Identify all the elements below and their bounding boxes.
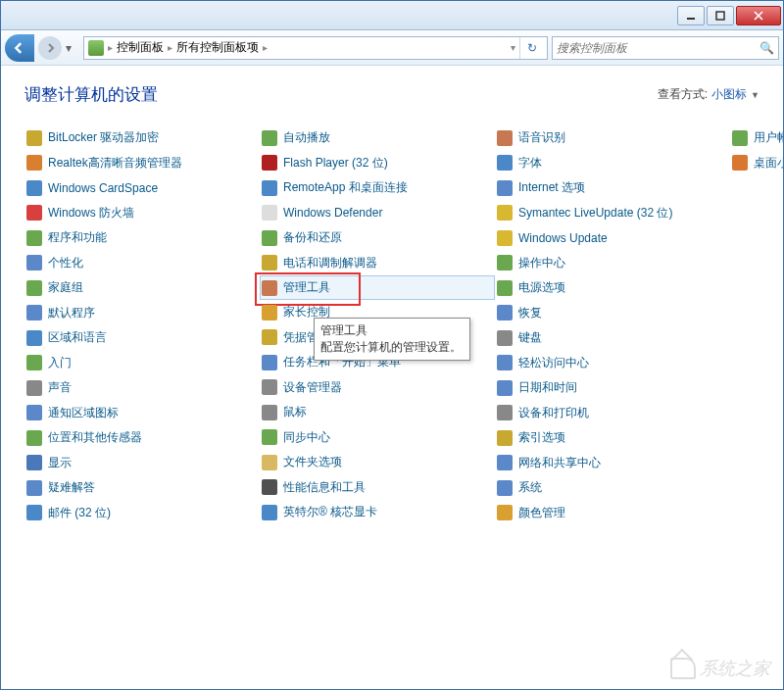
cp-item-date[interactable]: 日期和时间 — [495, 375, 730, 401]
search-box[interactable]: 🔍 — [552, 36, 779, 60]
cp-item-update[interactable]: Windows Update — [495, 225, 730, 251]
view-by-value[interactable]: 小图标 — [711, 86, 747, 103]
item-label: 文件夹选项 — [283, 454, 342, 470]
back-button[interactable] — [5, 34, 34, 62]
address-dropdown-icon[interactable]: ▾ — [511, 42, 515, 53]
cp-item-homegroup[interactable]: 家庭组 — [24, 275, 260, 301]
close-button[interactable] — [736, 6, 781, 25]
color-icon — [497, 505, 513, 520]
cp-item-firewall[interactable]: Windows 防火墙 — [24, 201, 260, 226]
cp-item-flash[interactable]: Flash Player (32 位) — [260, 151, 495, 176]
item-label: 管理工具 — [283, 279, 330, 296]
item-label: Windows 防火墙 — [48, 205, 134, 222]
cp-item-keyboard[interactable]: 键盘 — [495, 325, 730, 351]
refresh-button[interactable]: ↻ — [519, 37, 543, 59]
cp-item-gadget[interactable]: 桌面小工具 — [730, 151, 783, 176]
cp-item-folder[interactable]: 文件夹选项 — [260, 450, 495, 475]
sound-icon — [26, 380, 42, 396]
page-title: 调整计算机的设置 — [24, 83, 158, 106]
control-panel-window: ▾ ▸ 控制面板 ▸ 所有控制面板项 ▸ ▾ ↻ 🔍 调整计算机的设置 查看方式… — [0, 0, 784, 690]
cp-item-phone[interactable]: 电话和调制解调器 — [260, 251, 495, 276]
item-label: 入门 — [48, 355, 72, 371]
cp-item-ease[interactable]: 轻松访问中心 — [495, 351, 730, 376]
cp-item-sync[interactable]: 同步中心 — [260, 425, 495, 451]
folder-icon — [262, 455, 277, 470]
search-icon[interactable]: 🔍 — [760, 41, 774, 55]
cp-item-sound[interactable]: 声音 — [24, 375, 260, 401]
cp-item-internet[interactable]: Internet 选项 — [495, 175, 730, 201]
cp-item-system[interactable]: 系统 — [495, 475, 730, 501]
flash-icon — [262, 155, 277, 171]
cp-item-personalize[interactable]: 个性化 — [24, 251, 260, 276]
cp-item-display[interactable]: 显示 — [24, 451, 260, 476]
trouble-icon — [26, 480, 42, 496]
cp-item-programs[interactable]: 程序和功能 — [24, 225, 260, 251]
item-label: 显示 — [48, 455, 72, 471]
cp-item-mouse[interactable]: 鼠标 — [260, 400, 495, 425]
card-icon — [26, 180, 42, 196]
forward-button[interactable] — [38, 36, 62, 60]
cp-item-autoplay[interactable]: 自动播放 — [260, 125, 495, 151]
cp-item-default[interactable]: 默认程序 — [24, 301, 260, 326]
cp-item-card[interactable]: Windows CardSpace — [24, 175, 260, 201]
item-label: 邮件 (32 位) — [48, 505, 111, 521]
cp-item-start[interactable]: 入门 — [24, 351, 260, 376]
cp-item-mail[interactable]: 邮件 (32 位) — [24, 501, 260, 526]
cp-item-speech[interactable]: 语音识别 — [495, 125, 730, 151]
cp-item-recover[interactable]: 恢复 — [495, 301, 730, 326]
update-icon — [497, 230, 513, 246]
item-label: 网络和共享中心 — [518, 455, 601, 471]
perf-icon — [262, 479, 277, 495]
minimize-button[interactable] — [677, 6, 705, 25]
cp-item-network[interactable]: 网络和共享中心 — [495, 451, 730, 476]
chevron-down-icon[interactable]: ▼ — [751, 90, 760, 100]
cp-item-font[interactable]: 字体 — [495, 151, 730, 176]
cp-item-symantec[interactable]: Symantec LiveUpdate (32 位) — [495, 201, 730, 226]
cp-item-remote[interactable]: RemoteApp 和桌面连接 — [260, 175, 495, 201]
item-label: Windows CardSpace — [48, 181, 158, 195]
item-label: 备份和还原 — [283, 229, 342, 246]
cp-item-printer[interactable]: 设备和打印机 — [495, 401, 730, 426]
cp-item-color[interactable]: 颜色管理 — [495, 501, 730, 526]
tooltip-desc: 配置您计算机的管理设置。 — [320, 339, 464, 356]
nav-history-dropdown[interactable]: ▾ — [66, 41, 79, 55]
item-label: 通知区域图标 — [48, 405, 119, 421]
power-icon — [497, 280, 513, 296]
item-label: 操作中心 — [518, 255, 565, 271]
cp-item-device[interactable]: 设备管理器 — [260, 375, 495, 401]
search-input[interactable] — [557, 41, 760, 55]
start-icon — [26, 355, 42, 370]
default-icon — [26, 305, 42, 320]
maximize-button[interactable] — [707, 6, 734, 25]
cp-item-backup[interactable]: 备份和还原 — [260, 225, 495, 251]
firewall-icon — [26, 205, 42, 221]
cp-item-admin[interactable]: 管理工具 — [260, 275, 495, 300]
cp-item-defender[interactable]: Windows Defender — [260, 201, 495, 226]
cp-item-index[interactable]: 索引选项 — [495, 425, 730, 451]
cp-item-notify[interactable]: 通知区域图标 — [24, 401, 260, 426]
item-label: 索引选项 — [518, 429, 565, 446]
cp-item-perf[interactable]: 性能信息和工具 — [260, 475, 495, 501]
content-area: 调整计算机的设置 查看方式: 小图标 ▼ BitLocker 驱动器加密Real… — [1, 66, 783, 689]
item-label: Realtek高清晰音频管理器 — [48, 155, 182, 172]
cp-item-audio[interactable]: Realtek高清晰音频管理器 — [24, 151, 260, 176]
breadcrumb-segment[interactable]: 所有控制面板项 — [176, 39, 259, 56]
cp-item-user[interactable]: 用户帐户 — [730, 125, 783, 151]
cp-item-lock[interactable]: BitLocker 驱动器加密 — [24, 125, 260, 151]
nav-bar: ▾ ▸ 控制面板 ▸ 所有控制面板项 ▸ ▾ ↻ 🔍 — [1, 30, 783, 66]
chevron-right-icon: ▸ — [108, 42, 113, 53]
personalize-icon — [26, 255, 42, 271]
cp-item-power[interactable]: 电源选项 — [495, 275, 730, 301]
breadcrumb-segment[interactable]: 控制面板 — [117, 39, 164, 56]
item-label: 程序和功能 — [48, 229, 107, 246]
address-bar[interactable]: ▸ 控制面板 ▸ 所有控制面板项 ▸ ▾ ↻ — [83, 36, 548, 60]
cp-item-action[interactable]: 操作中心 — [495, 251, 730, 276]
cp-item-intel[interactable]: 英特尔® 核芯显卡 — [260, 500, 495, 525]
item-label: Windows Defender — [283, 206, 382, 220]
content-header: 调整计算机的设置 查看方式: 小图标 ▼ — [24, 83, 760, 106]
item-label: 设备管理器 — [283, 379, 342, 396]
cp-item-region[interactable]: 区域和语言 — [24, 325, 260, 351]
cp-item-location[interactable]: 位置和其他传感器 — [24, 425, 260, 451]
item-label: 电源选项 — [518, 279, 565, 296]
cp-item-trouble[interactable]: 疑难解答 — [24, 475, 260, 501]
